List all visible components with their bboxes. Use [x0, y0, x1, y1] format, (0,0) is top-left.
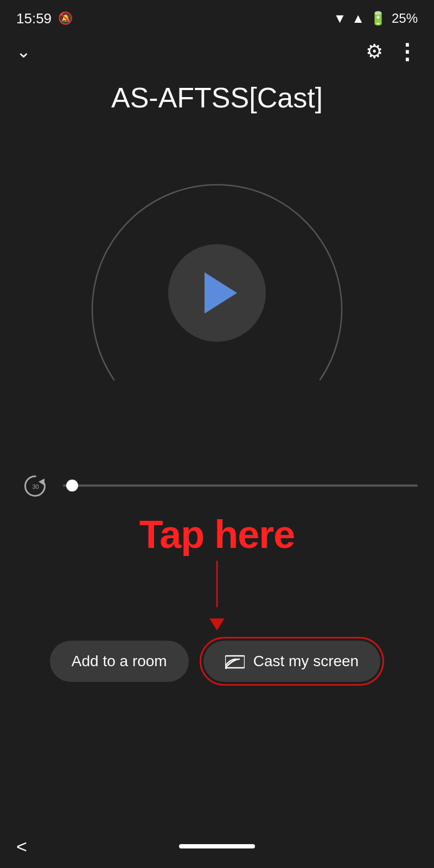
- battery-percent: 25%: [392, 11, 418, 26]
- battery-icon: 🔋: [370, 11, 386, 26]
- replay-icon: 30: [21, 471, 50, 501]
- play-icon: [205, 272, 237, 314]
- svg-text:30: 30: [32, 483, 39, 490]
- cast-my-screen-label: Cast my screen: [253, 653, 359, 670]
- cast-my-screen-button[interactable]: Cast my screen: [203, 641, 381, 682]
- arrow-head: [209, 618, 225, 630]
- nav-right-icons: ⚙ ⋮: [366, 39, 418, 64]
- signal-icon: ▲: [352, 11, 365, 26]
- status-left: 15:59 🔕: [16, 10, 73, 27]
- add-to-room-button[interactable]: Add to a room: [50, 641, 189, 682]
- status-bar: 15:59 🔕 ▼ ▲ 🔋 25%: [0, 0, 434, 33]
- clock: 15:59: [16, 10, 52, 27]
- home-indicator[interactable]: [179, 844, 255, 848]
- bottom-buttons-area: Add to a room Cast my screen: [0, 631, 434, 691]
- arrow-line: [216, 561, 218, 607]
- settings-icon[interactable]: ⚙: [366, 40, 383, 63]
- volume-dial-container: [0, 125, 434, 461]
- wifi-icon: ▼: [333, 11, 346, 26]
- svg-marker-0: [39, 478, 44, 486]
- back-button[interactable]: <: [16, 836, 27, 857]
- top-navigation: ⌄ ⚙ ⋮: [0, 33, 434, 71]
- scrubber-track[interactable]: [63, 484, 418, 487]
- cast-icon: [225, 654, 245, 669]
- replay-30-button[interactable]: 30: [16, 467, 54, 505]
- device-name: AS-AFTSS[Cast]: [0, 71, 434, 125]
- notification-muted-icon: 🔕: [58, 11, 73, 25]
- chevron-down-icon[interactable]: ⌄: [16, 41, 31, 62]
- scrubber-thumb[interactable]: [66, 480, 78, 492]
- tap-here-label: Tap here: [0, 512, 434, 557]
- scrubber-area: 30: [0, 467, 434, 505]
- bottom-nav-bar: <: [0, 825, 434, 868]
- status-right: ▼ ▲ 🔋 25%: [333, 11, 418, 26]
- more-options-icon[interactable]: ⋮: [396, 39, 418, 64]
- play-button[interactable]: [168, 244, 266, 342]
- annotation-arrow: [0, 561, 434, 631]
- cast-my-screen-wrapper: Cast my screen: [200, 637, 385, 686]
